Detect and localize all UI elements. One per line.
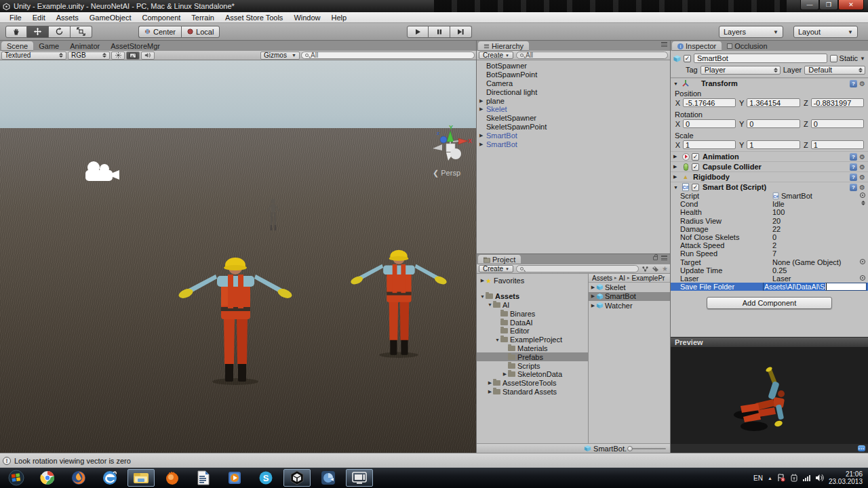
add-component-button[interactable]: Add Component: [707, 297, 832, 309]
active-checkbox[interactable]: ✓: [684, 55, 691, 62]
layers-dropdown[interactable]: Layers▼: [719, 26, 783, 38]
enabled-checkbox[interactable]: ✓: [692, 163, 699, 171]
transform-rotation-y-field[interactable]: 0: [747, 119, 800, 128]
foldout-arrow-icon[interactable]: ▼: [479, 294, 486, 299]
save-file-folder-field[interactable]: Assets\AI\DataAI\S: [763, 283, 867, 291]
foldout-arrow-icon[interactable]: ▼: [494, 338, 500, 342]
foldout-arrow-icon[interactable]: ▶: [502, 371, 508, 377]
gear-icon[interactable]: ⚙: [859, 163, 865, 171]
breadcrumb-ai[interactable]: AI: [619, 274, 625, 282]
foldout-arrow-icon[interactable]: ▼: [673, 185, 679, 190]
gameobject-name-field[interactable]: SmartBot: [694, 54, 827, 63]
preview-viewport[interactable]: [671, 347, 868, 444]
foldout-arrow-icon[interactable]: ▼: [487, 302, 493, 307]
enabled-checkbox[interactable]: ✓: [692, 153, 699, 161]
restore-button[interactable]: ❐: [819, 0, 838, 10]
object-picker-icon[interactable]: [860, 275, 865, 281]
smartbot-character-small[interactable]: [350, 234, 448, 361]
hierarchy-item-skeletspawnpoint[interactable]: SkeletSpawnPoint: [477, 123, 670, 131]
step-button[interactable]: [450, 26, 472, 38]
menu-item-window[interactable]: Window: [288, 12, 326, 22]
asset-item-smartbot[interactable]: ▶SmartBot: [589, 292, 670, 302]
hierarchy-search-input[interactable]: All: [516, 52, 668, 59]
dropdown-arrows-icon[interactable]: [861, 201, 865, 205]
handle-local-button[interactable]: Local: [181, 26, 220, 38]
foldout-arrow-icon[interactable]: ▶: [479, 133, 486, 138]
project-folder-prefabs[interactable]: Prefabs: [477, 352, 588, 361]
object-picker-icon[interactable]: [860, 259, 865, 264]
static-dropdown-icon[interactable]: ▼: [860, 56, 865, 62]
property-row-damage[interactable]: Damage22: [671, 225, 868, 233]
menu-item-assets[interactable]: Assets: [51, 12, 84, 22]
foldout-arrow-icon[interactable]: ▶: [673, 154, 679, 159]
property-value[interactable]: 22: [772, 225, 868, 233]
help-icon[interactable]: ?: [850, 163, 857, 171]
foldout-arrow-icon[interactable]: ▶: [487, 380, 493, 386]
label-filter-icon[interactable]: [652, 266, 659, 272]
taskbar-recorder-icon[interactable]: [346, 469, 373, 487]
transform-scale-x-field[interactable]: 1: [683, 140, 736, 149]
help-icon[interactable]: ?: [850, 80, 857, 87]
project-folder-exampleproject[interactable]: ▼ExampleProject: [477, 336, 588, 344]
property-value[interactable]: 100: [772, 208, 868, 216]
foldout-arrow-icon[interactable]: ▶: [479, 142, 486, 147]
property-row-script[interactable]: ScriptC#SmartBot: [671, 192, 868, 200]
foldout-arrow-icon[interactable]: ▶: [479, 98, 486, 104]
property-row-cond[interactable]: CondIdle: [671, 200, 868, 208]
action-center-flag-icon[interactable]: [777, 474, 785, 482]
hierarchy-item-directional-light[interactable]: Directional light: [477, 87, 670, 96]
taskbar-unity-icon[interactable]: [283, 469, 311, 487]
property-value[interactable]: Idle: [772, 200, 868, 208]
volume-icon[interactable]: [815, 474, 824, 482]
taskbar-camtasia-icon[interactable]: [315, 469, 342, 487]
project-create-button[interactable]: Create▼: [479, 265, 513, 272]
star-filter-icon[interactable]: ★: [662, 265, 668, 272]
panel-menu-icon[interactable]: [661, 42, 667, 47]
menu-item-edit[interactable]: Edit: [27, 12, 51, 22]
taskbar-gom-player-icon[interactable]: [159, 469, 186, 487]
component-header-rigidbody[interactable]: ▶▲Rigidbody?⚙: [671, 171, 868, 182]
tab-scene[interactable]: Scene: [1, 41, 33, 51]
hierarchy-item-botspawnpoint[interactable]: BotSpawnPoint: [477, 70, 670, 79]
foldout-arrow-icon[interactable]: ▶: [479, 278, 486, 283]
asset-item-skelet[interactable]: ▶Skelet: [589, 283, 670, 292]
property-row-save-file-folder[interactable]: Save File FolderAssets\AI\DataAI\S: [671, 283, 868, 291]
tray-expand-icon[interactable]: ▲: [768, 476, 772, 481]
hierarchy-item-skeletspawner[interactable]: SkeletSpawner: [477, 114, 670, 123]
scale-tool-button[interactable]: [71, 26, 92, 38]
menu-item-help[interactable]: Help: [326, 12, 353, 22]
project-folder-scripts[interactable]: Scripts: [477, 361, 588, 370]
project-folder-assetstoretools[interactable]: ▶AssetStoreTools: [477, 379, 588, 388]
close-button[interactable]: ✕: [838, 0, 864, 10]
transform-rotation-x-field[interactable]: 0: [683, 119, 736, 128]
project-folder-assets[interactable]: ▼Assets: [477, 292, 588, 301]
component-header-transform[interactable]: ▼ Transform ? ⚙: [671, 78, 868, 88]
property-row-radius-view[interactable]: Radius View20: [671, 217, 868, 225]
play-button[interactable]: [407, 26, 429, 38]
thumbnail-zoom-slider[interactable]: [629, 448, 666, 449]
breadcrumb-examplepr[interactable]: ExamplePr: [632, 274, 665, 282]
render-channel-dropdown[interactable]: RGB: [68, 52, 110, 60]
project-folder-editor[interactable]: Editor: [477, 327, 588, 336]
component-header-smart-bot-script[interactable]: ▼C#✓Smart Bot (Script)?⚙: [671, 182, 868, 192]
component-header-animation[interactable]: ▶✓Animation?⚙: [671, 151, 868, 161]
hierarchy-item-botspawner[interactable]: BotSpawner: [477, 62, 670, 70]
transform-position-x-field[interactable]: -5.17646: [683, 98, 736, 107]
hierarchy-item-camera[interactable]: Camera: [477, 79, 670, 88]
foldout-arrow-icon[interactable]: ▶: [673, 164, 679, 169]
enabled-checkbox[interactable]: ✓: [692, 184, 699, 191]
scene-skybox-toggle[interactable]: [126, 52, 140, 60]
taskbar-clock[interactable]: 21:06 23.03.2013: [829, 470, 865, 485]
gear-icon[interactable]: ⚙: [859, 153, 865, 161]
taskbar-writer-icon[interactable]: [190, 469, 217, 487]
project-folder-favorites[interactable]: ▶★Favorites: [477, 277, 588, 285]
gear-icon[interactable]: ⚙: [859, 184, 865, 191]
hierarchy-item-smartbot[interactable]: ▶SmartBot: [477, 140, 670, 148]
property-value[interactable]: None (Game Object): [772, 258, 868, 266]
property-value[interactable]: 7: [772, 249, 868, 258]
menu-item-asset-store-tools[interactable]: Asset Store Tools: [220, 12, 288, 22]
property-value[interactable]: Assets\AI\DataAI\S: [763, 283, 868, 291]
property-value[interactable]: 20: [772, 217, 868, 225]
taskbar-media-player-icon[interactable]: [221, 469, 248, 487]
transform-rotation-z-field[interactable]: 0: [811, 119, 864, 128]
